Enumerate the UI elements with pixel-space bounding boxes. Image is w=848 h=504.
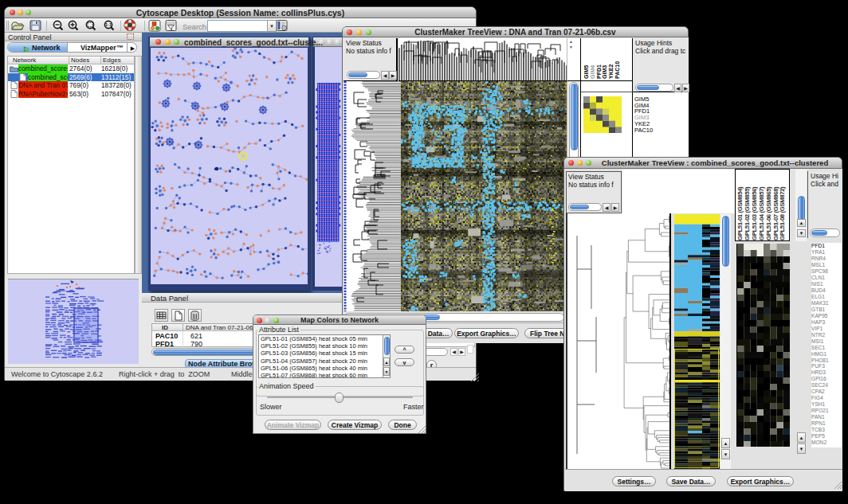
svg-text:1:1: 1:1 <box>105 22 112 27</box>
